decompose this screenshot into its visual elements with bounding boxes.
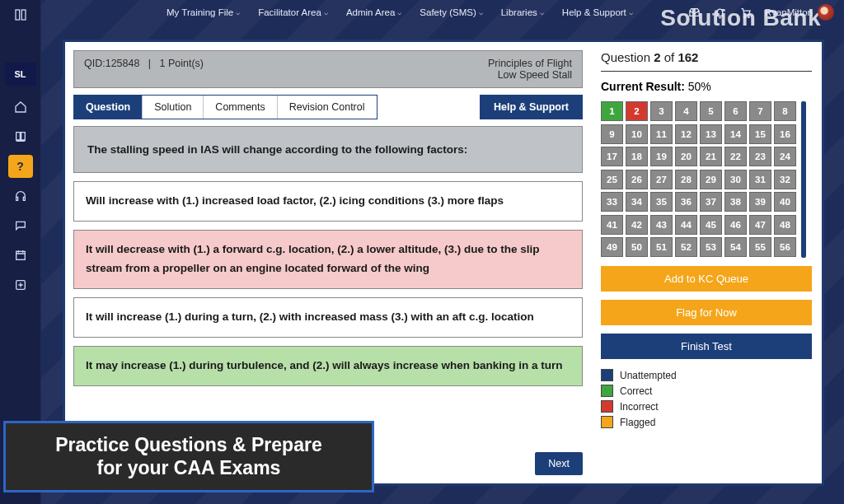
question-cell[interactable]: 15	[749, 124, 771, 144]
next-button[interactable]: Next	[535, 452, 583, 475]
cart-icon[interactable]	[739, 7, 752, 19]
bell-icon[interactable]	[714, 7, 726, 19]
question-cell[interactable]: 22	[724, 147, 747, 166]
result-line: Current Result: 50%	[601, 80, 812, 93]
headphones-icon[interactable]	[8, 184, 33, 208]
add-icon[interactable]	[8, 273, 33, 296]
question-cell[interactable]: 12	[675, 124, 697, 144]
answer-option[interactable]: Will increase with (1.) increased load f…	[73, 181, 583, 222]
question-cell[interactable]: 33	[601, 192, 623, 212]
answer-option[interactable]: It will decrease with (1.) a forward c.g…	[73, 230, 583, 289]
swatch-incorrect	[601, 400, 613, 413]
tab-question[interactable]: Question	[74, 96, 143, 119]
question-cell[interactable]: 49	[601, 237, 623, 257]
book-icon[interactable]	[8, 125, 33, 148]
question-cell[interactable]: 29	[700, 170, 722, 189]
question-cell[interactable]: 32	[774, 170, 796, 189]
flag-button[interactable]: Flag for Now	[601, 300, 812, 325]
question-cell[interactable]: 1	[601, 101, 623, 121]
question-icon[interactable]: ?	[8, 155, 33, 178]
question-cell[interactable]: 10	[626, 124, 648, 144]
question-cell[interactable]: 50	[626, 237, 648, 257]
nav-item[interactable]: Facilitator Area	[258, 7, 328, 17]
nav-item[interactable]: Admin Area	[346, 7, 401, 17]
question-cell[interactable]: 27	[650, 170, 673, 189]
nav-item[interactable]: My Training File	[166, 7, 240, 17]
question-cell[interactable]: 31	[749, 170, 771, 189]
username-label: RyanMitton	[765, 7, 813, 17]
question-text: The stalling speed in IAS will change ac…	[73, 126, 583, 173]
question-cell[interactable]: 56	[774, 237, 796, 257]
svg-point-0	[743, 16, 745, 17]
question-cell[interactable]: 8	[774, 101, 796, 121]
question-cell[interactable]: 21	[700, 147, 722, 166]
user-menu[interactable]: RyanMitton	[765, 4, 834, 21]
answer-option[interactable]: It will increase (1.) during a turn, (2.…	[73, 297, 583, 338]
avatar	[818, 4, 834, 21]
question-cell[interactable]: 34	[626, 192, 648, 212]
question-cell[interactable]: 46	[724, 215, 747, 235]
question-cell[interactable]: 5	[700, 101, 722, 121]
question-cell[interactable]: 47	[749, 215, 771, 235]
question-cell[interactable]: 3	[650, 101, 673, 121]
question-cell[interactable]: 41	[601, 215, 623, 235]
tab-comments[interactable]: Comments	[204, 96, 277, 119]
question-cell[interactable]: 18	[626, 147, 648, 166]
question-cell[interactable]: 53	[700, 237, 722, 257]
question-cell[interactable]: 7	[749, 101, 771, 121]
question-cell[interactable]: 26	[626, 170, 648, 189]
nav-item[interactable]: Safety (SMS)	[420, 7, 482, 17]
grid-scrollbar[interactable]	[801, 101, 806, 258]
question-cell[interactable]: 51	[650, 237, 673, 257]
question-cell[interactable]: 14	[724, 124, 747, 144]
question-cell[interactable]: 13	[700, 124, 722, 144]
tab-solution[interactable]: Solution	[143, 96, 204, 119]
inbox-icon[interactable]	[688, 7, 701, 19]
question-cell[interactable]: 36	[675, 192, 697, 212]
calendar-icon[interactable]	[8, 244, 33, 267]
question-cell[interactable]: 38	[724, 192, 747, 212]
nav-item[interactable]: Help & Support	[562, 7, 633, 17]
question-cell[interactable]: 39	[749, 192, 771, 212]
question-cell[interactable]: 48	[774, 215, 796, 235]
home-icon[interactable]	[8, 96, 33, 119]
question-cell[interactable]: 11	[650, 124, 673, 144]
brand-logo[interactable]: SL	[5, 63, 36, 86]
layout-icon[interactable]	[8, 3, 33, 26]
question-cell[interactable]: 4	[675, 101, 697, 121]
question-cell[interactable]: 54	[724, 237, 747, 257]
promo-banner: Practice Questions & Prepare for your CA…	[3, 421, 374, 493]
question-cell[interactable]: 42	[626, 215, 648, 235]
question-cell[interactable]: 23	[749, 147, 771, 166]
finish-button[interactable]: Finish Test	[601, 334, 812, 359]
nav-item[interactable]: Libraries	[501, 7, 544, 17]
question-cell[interactable]: 17	[601, 147, 623, 166]
question-cell[interactable]: 24	[774, 147, 796, 166]
add-kc-button[interactable]: Add to KC Queue	[601, 266, 812, 292]
top-nav-bar: My Training FileFacilitator AreaAdmin Ar…	[41, 0, 844, 25]
svg-rect-4	[16, 251, 25, 259]
question-cell[interactable]: 40	[774, 192, 796, 212]
question-cell[interactable]: 44	[675, 215, 697, 235]
question-cell[interactable]: 28	[675, 170, 697, 189]
question-cell[interactable]: 30	[724, 170, 747, 189]
question-cell[interactable]: 35	[650, 192, 673, 212]
question-cell[interactable]: 19	[650, 147, 673, 166]
answer-option[interactable]: It may increase (1.) during turbulence, …	[73, 346, 583, 386]
help-support-button[interactable]: Help & Support	[480, 95, 583, 119]
question-cell[interactable]: 43	[650, 215, 673, 235]
question-cell[interactable]: 37	[700, 192, 722, 212]
question-cell[interactable]: 2	[626, 101, 648, 121]
question-cell[interactable]: 9	[601, 124, 623, 144]
question-cell[interactable]: 16	[774, 124, 796, 144]
question-cell[interactable]: 52	[675, 237, 697, 257]
question-grid: 1234567891011121314151617181920212223242…	[601, 101, 796, 258]
chat-icon[interactable]	[8, 214, 33, 237]
question-cell[interactable]: 6	[724, 101, 747, 121]
legend-flagged: Flagged	[620, 417, 655, 428]
question-cell[interactable]: 55	[749, 237, 771, 257]
tab-revision[interactable]: Revision Control	[278, 96, 377, 119]
question-cell[interactable]: 25	[601, 170, 623, 189]
question-cell[interactable]: 20	[675, 147, 697, 166]
question-cell[interactable]: 45	[700, 215, 722, 235]
